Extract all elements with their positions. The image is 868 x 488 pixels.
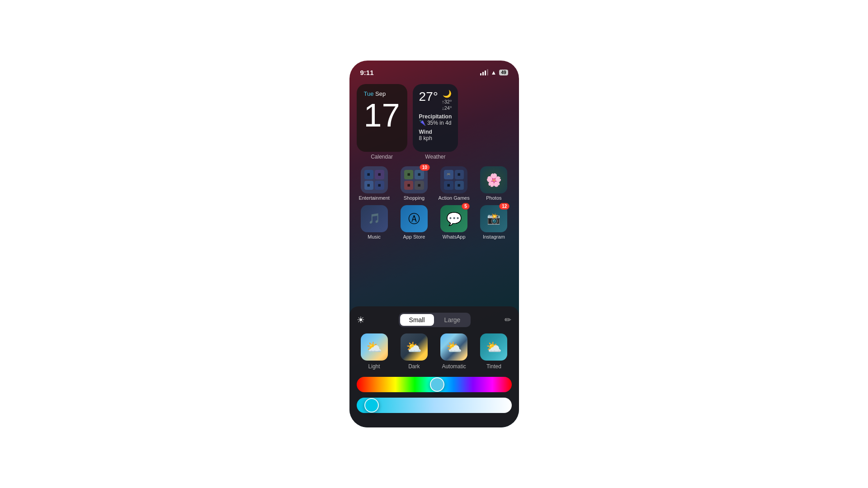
app-item-action-games[interactable]: 🎮 ▦ ▦ ▦ Action Games xyxy=(436,166,472,201)
app-item-photos[interactable]: 🌸 Photos xyxy=(476,166,511,201)
weather-widget[interactable]: 27° 🌙 ↑32° ↓24° Precipitation 🌂 35% in 4… xyxy=(413,84,458,160)
theme-options: ⛅ Light ⛅ Dark ⛅ Automatic xyxy=(357,333,512,370)
weather-moon-icon: 🌙 xyxy=(443,89,452,98)
calendar-day: Tue xyxy=(364,90,374,97)
wind-label: Wind xyxy=(419,129,452,135)
theme-light-icon[interactable]: ⛅ xyxy=(361,333,388,361)
photos-label: Photos xyxy=(486,195,501,201)
theme-tinted-label: Tinted xyxy=(486,363,501,370)
size-toggle: Small Large xyxy=(399,313,471,327)
size-small-button[interactable]: Small xyxy=(400,314,434,326)
rainbow-slider[interactable] xyxy=(357,377,512,392)
app-item-whatsapp[interactable]: 💬 5 WhatsApp xyxy=(436,205,472,239)
wind-value: 8 kph xyxy=(419,135,452,141)
weather-icons-row: 🌙 ↑32° ↓24° xyxy=(442,89,452,111)
theme-auto-icon[interactable]: ⛅ xyxy=(440,333,467,361)
app-item-app-store[interactable]: Ⓐ App Store xyxy=(396,205,432,239)
battery-indicator: 49 xyxy=(499,70,508,75)
tint-slider-wrap xyxy=(357,398,512,413)
signal-icon xyxy=(480,69,488,75)
calendar-label: Calendar xyxy=(357,154,407,160)
entertainment-label: Entertainment xyxy=(359,195,389,201)
app-store-icon[interactable]: Ⓐ xyxy=(401,205,428,232)
weather-top: 27° 🌙 ↑32° ↓24° xyxy=(419,89,452,111)
whatsapp-badge: 5 xyxy=(462,203,470,210)
calendar-widget-body[interactable]: Tue Sep 17 xyxy=(357,84,407,152)
theme-dark-icon[interactable]: ⛅ xyxy=(401,333,428,361)
action-games-icon[interactable]: 🎮 ▦ ▦ ▦ xyxy=(440,166,467,193)
theme-light-icon-wrap[interactable]: ⛅ xyxy=(361,333,388,361)
music-label: Music xyxy=(368,234,381,239)
rainbow-slider-thumb[interactable] xyxy=(430,377,444,392)
main-content: Tue Sep 17 Calendar 27° 🌙 ↑32° ↓24° xyxy=(349,80,519,239)
theme-item-dark[interactable]: ⛅ Dark xyxy=(396,333,432,370)
theme-auto-label: Automatic xyxy=(442,363,466,370)
theme-auto-icon-wrap[interactable]: ⛅ xyxy=(440,333,467,361)
weather-hi: ↑32° xyxy=(442,99,452,104)
status-time: 9:11 xyxy=(360,69,374,76)
instagram-label: Instagram xyxy=(483,234,505,239)
theme-light-label: Light xyxy=(368,363,380,370)
weather-label: Weather xyxy=(413,154,458,160)
tint-slider-thumb[interactable] xyxy=(364,398,379,413)
precip-label: Precipitation xyxy=(419,113,452,120)
theme-item-tinted[interactable]: ⛅ Tinted xyxy=(476,333,511,370)
entertainment-icon[interactable]: ▦ ▦ ▦ ▦ xyxy=(361,166,388,193)
photos-icon[interactable]: 🌸 xyxy=(480,166,507,193)
calendar-date: 17 xyxy=(364,99,400,131)
rainbow-slider-wrap xyxy=(357,377,512,392)
theme-dark-icon-wrap[interactable]: ⛅ xyxy=(401,333,428,361)
widgets-row: Tue Sep 17 Calendar 27° 🌙 ↑32° ↓24° xyxy=(357,84,512,160)
calendar-month: Sep xyxy=(375,90,386,97)
shopping-label: Shopping xyxy=(404,195,425,201)
action-games-label: Action Games xyxy=(439,195,470,201)
theme-tinted-icon-wrap[interactable]: ⛅ xyxy=(480,333,507,361)
weather-wind: Wind 8 kph xyxy=(419,129,452,141)
weather-temp: 27° xyxy=(419,89,438,104)
theme-item-light[interactable]: ⛅ Light xyxy=(357,333,392,370)
app-grid-row2: 🎵 Music Ⓐ App Store 💬 5 WhatsApp 📸 xyxy=(357,205,512,239)
size-toggle-row: ☀ Small Large ✏ xyxy=(357,313,512,327)
app-item-instagram[interactable]: 📸 12 Instagram xyxy=(476,205,511,239)
status-icons: ▲ 49 xyxy=(480,69,508,76)
edit-icon[interactable]: ✏ xyxy=(505,315,511,325)
weather-lo: ↓24° xyxy=(442,105,452,111)
tint-slider[interactable] xyxy=(357,398,512,413)
instagram-badge: 12 xyxy=(499,203,509,210)
app-grid-row1: ▦ ▦ ▦ ▦ Entertainment ▦ ▦ ▦ ▦ 10 xyxy=(357,166,512,201)
weather-widget-body[interactable]: 27° 🌙 ↑32° ↓24° Precipitation 🌂 35% in 4… xyxy=(413,84,458,152)
shopping-badge: 10 xyxy=(420,164,430,171)
app-item-entertainment[interactable]: ▦ ▦ ▦ ▦ Entertainment xyxy=(357,166,392,201)
theme-dark-label: Dark xyxy=(408,363,420,370)
bottom-panel: ☀ Small Large ✏ ⛅ Light ⛅ Dark xyxy=(349,306,519,427)
phone-screen: 9:11 ▲ 49 Tue Sep xyxy=(349,61,519,427)
wifi-icon: ▲ xyxy=(491,69,497,76)
calendar-widget[interactable]: Tue Sep 17 Calendar xyxy=(357,84,407,160)
whatsapp-label: WhatsApp xyxy=(443,234,466,239)
app-item-shopping[interactable]: ▦ ▦ ▦ ▦ 10 Shopping xyxy=(396,166,432,201)
calendar-header: Tue Sep xyxy=(364,90,400,97)
weather-precip: Precipitation 🌂 35% in 4d xyxy=(419,113,452,126)
brightness-icon[interactable]: ☀ xyxy=(357,314,365,325)
app-item-music[interactable]: 🎵 Music xyxy=(357,205,392,239)
theme-item-automatic[interactable]: ⛅ Automatic xyxy=(436,333,472,370)
status-bar: 9:11 ▲ 49 xyxy=(349,61,519,80)
music-icon[interactable]: 🎵 xyxy=(361,205,388,232)
app-store-label: App Store xyxy=(403,234,425,239)
precip-value: 🌂 35% in 4d xyxy=(419,120,452,126)
size-large-button[interactable]: Large xyxy=(435,314,470,326)
theme-tinted-icon[interactable]: ⛅ xyxy=(480,333,507,361)
